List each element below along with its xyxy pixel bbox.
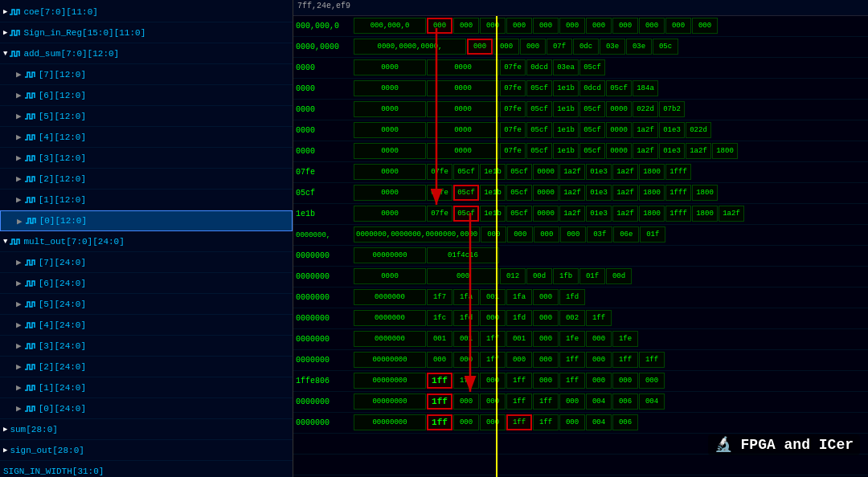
signal-add-sum-6[interactable]: ▶ [6][12:0] [0, 85, 293, 106]
signal-label14: [6][24:0] [39, 279, 86, 288]
wf-cell-hl: 000 [467, 39, 493, 55]
signal-add-sum[interactable]: ▼ add_sum[7:0][12:0] [0, 43, 293, 64]
wf-cell: 184a [633, 80, 658, 96]
signal-mult-out-1[interactable]: ▶ [1][24:0] [0, 377, 293, 398]
wf-cells-5: 0000 0000 07fe 05cf 1e1b 05cf 0000 022d … [354, 101, 868, 119]
expand-arrow12[interactable]: ▼ [3, 238, 7, 246]
signal-add-sum-4[interactable]: ▶ [4][12:0] [0, 127, 293, 148]
wf-cells-15: 0000000 1fc 1fd 000 1fd 000 002 1ff [354, 310, 868, 328]
wave-icon19 [25, 384, 36, 392]
signal-mult-out-6[interactable]: ▶ [6][24:0] [0, 273, 293, 294]
signal-label16: [4][24:0] [39, 320, 86, 330]
signal-coe[interactable]: ▶ coe[7:0][11:0] [0, 2, 293, 22]
expand-arrow2[interactable]: ▶ [3, 28, 7, 37]
wf-cell: 1fa [506, 289, 532, 305]
wf-row-16: 0000000 0000000 001 001 1ff 001 000 1fe … [293, 329, 868, 350]
signal-add-sum-7[interactable]: ▶ [7][12:0] [0, 64, 293, 85]
wf-label-3: 0000 [293, 63, 354, 72]
expand-arrow3[interactable]: ▼ [3, 50, 7, 58]
wf-label-14: 0000000 [293, 293, 354, 302]
wave-icon6 [25, 112, 36, 120]
signal-label23: SIGN_IN_WIDTH[31:0] [3, 467, 104, 476]
expand-arrow21[interactable]: ▶ [3, 425, 7, 434]
wf-cells-1: 000,000,0 000 000 000 000 000 000 000 00… [354, 18, 868, 35]
signal-mult-out[interactable]: ▼ mult_out[7:0][24:0] [0, 231, 293, 252]
wf-cells-3: 0000 0000 07fe 0dcd 03ea 05cf [354, 59, 868, 77]
signal-mult-out-3[interactable]: ▶ [3][24:0] [0, 336, 293, 357]
wf-cells-14: 0000000 1f7 1fa 001 1fa 000 1fd [354, 289, 868, 307]
expand-arrow22[interactable]: ▶ [3, 446, 7, 455]
expand-arrow[interactable]: ▶ [3, 7, 7, 16]
wf-cell: 006 [612, 414, 638, 430]
wave-icon17 [25, 342, 36, 350]
wf-row-22 [293, 455, 868, 475]
waveform-container[interactable]: 7ff,24e,ef9 000,000,0 000,000,0 000 000 … [293, 0, 868, 477]
signal-label3: add_sum[7:0][12:0] [23, 49, 119, 59]
wf-label-19: 0000000 [293, 398, 354, 406]
signal-label13: [7][24:0] [39, 258, 86, 267]
wf-cell: 1800 [692, 206, 718, 222]
signal-add-sum-3[interactable]: ▶ [3][12:0] [0, 148, 293, 169]
wf-cell: 07b2 [659, 101, 685, 117]
wave-icon7 [25, 133, 36, 141]
signal-add-sum-5[interactable]: ▶ [5][12:0] [0, 106, 293, 127]
wave-icon16 [25, 321, 36, 329]
wf-cell: 01f4c16 [427, 247, 499, 263]
signal-mult-out-4[interactable]: ▶ [4][24:0] [0, 315, 293, 336]
wf-cell: 004 [586, 414, 612, 430]
wf-cell: 000 [586, 18, 612, 34]
signal-mult-out-0[interactable]: ▶ [0][24:0] [0, 398, 293, 419]
signal-add-sum-1[interactable]: ▶ [1][12:0] [0, 190, 293, 210]
signal-add-sum-2[interactable]: ▶ [2][12:0] [0, 169, 293, 190]
wf-cell: 0000 [354, 164, 426, 180]
wf-label-2: 0000,0000 [293, 43, 354, 51]
wf-cell: 0000 [354, 206, 426, 222]
wf-cells-16: 0000000 001 001 1ff 001 000 1fe 000 1fe [354, 331, 868, 349]
wf-cell: 05c [653, 39, 678, 55]
wf-cell: 004 [639, 393, 665, 410]
wf-cells-12: 00000000 01f4c16 [354, 247, 868, 265]
wf-cell: 1800 [639, 206, 665, 222]
signal-mult-out-7[interactable]: ▶ [7][24:0] [0, 252, 293, 273]
wave-icon12 [10, 238, 21, 246]
wf-cell: 00000000 [354, 247, 426, 263]
wf-cell: 000 [560, 226, 586, 243]
wf-cell: 000 [480, 393, 506, 410]
wf-cell: 0000 [354, 80, 426, 96]
waveform-panel: 7ff,24e,ef9 000,000,0 000,000,0 000 000 … [293, 0, 868, 477]
signal-add-sum-0[interactable]: ▶ [0][12:0] [0, 210, 293, 231]
wf-cell: 1fa [453, 289, 479, 305]
wf-cell: 05cf [579, 59, 605, 75]
wf-cell: 1e1b [480, 164, 506, 180]
wf-cell: 000 [480, 18, 506, 34]
signal-mult-out-5[interactable]: ▶ [5][24:0] [0, 294, 293, 315]
signal-sign-in-reg[interactable]: ▶ Sign_in_Reg[15:0][11:0] [0, 22, 293, 43]
signal-mult-out-2[interactable]: ▶ [2][24:0] [0, 357, 293, 377]
signal-label7: [4][12:0] [39, 132, 86, 142]
wf-cell: 000 [493, 39, 519, 55]
signal-label5: [6][12:0] [39, 91, 86, 100]
wf-cell: 0dc [573, 39, 599, 55]
signal-label4: [7][12:0] [39, 70, 86, 80]
wf-label-1: 000,000,0 [293, 22, 354, 31]
wf-cells-9: 0000 07fe 05cf 1e1b 05cf 0000 1a2f 01e3 … [354, 185, 868, 202]
signal-label22: sign_out[28:0] [10, 446, 84, 455]
wf-cell: 07fe [500, 59, 526, 75]
wf-cell: 001 [506, 331, 532, 347]
wf-cell: 1ff [612, 352, 638, 368]
signal-sign-out[interactable]: ▶ sign_out[28:0] [0, 440, 293, 461]
wf-cell: 004 [586, 393, 612, 410]
signal-label12: mult_out[7:0][24:0] [23, 237, 124, 247]
wf-cell: 05cf [579, 122, 605, 138]
wf-cell: 000 [533, 352, 559, 368]
wf-cell: 05cf [506, 185, 532, 201]
wf-cell: 0000 [354, 122, 426, 138]
wf-cell: 1a2f [719, 206, 744, 222]
wf-cell: 1e1b [480, 206, 506, 222]
wf-cell: 0000 [606, 122, 632, 138]
signal-sum[interactable]: ▶ sum[28:0] [0, 419, 293, 440]
wf-label-12: 0000000 [293, 251, 354, 260]
signal-sign-in-width[interactable]: SIGN_IN_WIDTH[31:0] [0, 461, 293, 477]
wf-cells-13: 0000 000 012 00d 1fb 01f 00d [354, 268, 868, 286]
wf-cell: 000 [533, 289, 559, 305]
